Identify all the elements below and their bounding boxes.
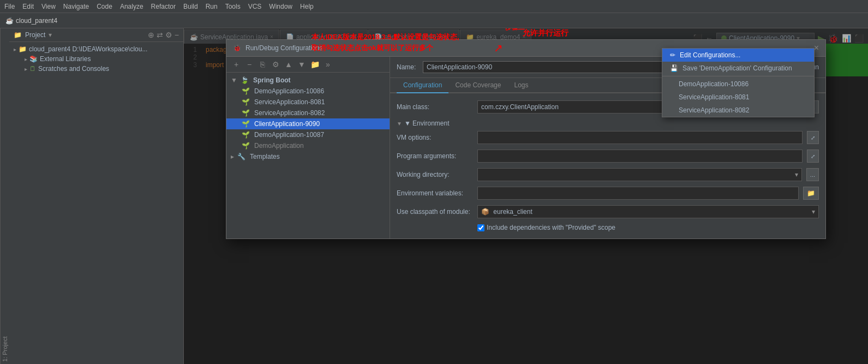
more-config-button[interactable]: » — [322, 59, 333, 70]
environment-section[interactable]: ▼ ▼ Environment — [390, 116, 825, 128]
name-label: Name: — [397, 63, 418, 71]
tree-item-ext-libraries[interactable]: ▸ 📚 External Libraries — [9, 54, 183, 64]
minimize-icon[interactable]: − — [175, 31, 179, 39]
dialog-tree-client9090[interactable]: 🌱 ClientApplication-9090 — [226, 118, 390, 129]
tab-code-coverage[interactable]: Code Coverage — [448, 78, 507, 93]
sidebar-header: 📁 Project ▾ ⊕ ⇄ ⚙ − — [9, 28, 183, 42]
settings-icon[interactable]: ⚙ — [165, 31, 172, 39]
dialog-tree-springboot[interactable]: ▼ 🍃 Spring Boot — [226, 75, 390, 86]
env-vars-label: Environment variables: — [397, 189, 473, 197]
tree-item-label: ServiceApplication-8081 — [254, 98, 325, 106]
tree-item-label: cloud_parent4 D:\IDEAWorkspace\clou... — [29, 45, 147, 53]
menu-file[interactable]: File — [4, 3, 15, 10]
tree-item-cloud-parent4[interactable]: ▸ 📁 cloud_parent4 D:\IDEAWorkspace\clou.… — [9, 44, 183, 54]
working-dir-label: Working directory: — [397, 171, 473, 178]
menu-window[interactable]: Window — [269, 3, 292, 10]
env-expand-icon: ▼ — [397, 121, 402, 127]
dropdown-item-demo10086[interactable]: DemoApplication-10086 — [662, 77, 814, 91]
dropdown-item-service8081[interactable]: ServiceApplication-8081 — [662, 91, 814, 104]
dialog-tree-templates[interactable]: ▸ 🔧 Templates — [226, 151, 390, 162]
menu-refactor[interactable]: Refactor — [151, 3, 176, 10]
copy-config-button[interactable]: ⎘ — [257, 59, 268, 70]
dropdown-item-label: ServiceApplication-8082 — [679, 106, 749, 114]
move-down-button[interactable]: ▼ — [296, 59, 307, 70]
remove-config-button[interactable]: − — [244, 59, 255, 70]
allow-parallel-annotation: 允许并行运行 — [523, 28, 568, 38]
project-tree: ▸ 📁 cloud_parent4 D:\IDEAWorkspace\clou.… — [9, 42, 183, 364]
dropdown-item-service8082[interactable]: ServiceApplication-8082 — [662, 104, 814, 117]
tree-item-label: ClientApplication-9090 — [254, 120, 320, 128]
dialog-tree-demo10087[interactable]: 🌱 DemoApplication-10087 — [226, 129, 390, 140]
working-dir-select[interactable]: ▾ — [477, 168, 802, 181]
main-class-label: Main class: — [397, 103, 473, 111]
classpath-value: 📦 eureka_client — [481, 208, 532, 216]
red-arrow-icon: ↗ — [494, 41, 503, 55]
menu-view[interactable]: View — [41, 3, 56, 10]
classpath-arrow-icon: ▾ — [812, 208, 815, 216]
tree-item-label: DemoApplication-10087 — [254, 131, 324, 139]
add-icon[interactable]: ⊕ — [148, 31, 154, 39]
form-row-env-vars: Environment variables: 📁 — [390, 184, 825, 202]
dialog-tree-demo-gray[interactable]: 🌱 DemoApplication — [226, 140, 390, 151]
sync-icon[interactable]: ⇄ — [157, 31, 163, 39]
add-config-button[interactable]: + — [231, 59, 242, 70]
dialog-tree-service8081[interactable]: 🌱 ServiceApplication-8081 — [226, 97, 390, 108]
tab-configuration[interactable]: Configuration — [397, 78, 448, 93]
environment-label: ▼ Environment — [404, 120, 450, 127]
menu-help[interactable]: Help — [300, 3, 314, 10]
include-deps-text: Include dependencies with "Provided" sco… — [487, 224, 615, 231]
menu-edit[interactable]: Edit — [22, 3, 34, 10]
sidebar: 📁 Project ▾ ⊕ ⇄ ⚙ − ▸ 📁 cloud_parent4 D:… — [9, 28, 184, 364]
include-deps-checkbox[interactable] — [477, 224, 484, 231]
program-args-expand-button[interactable]: ⤢ — [807, 150, 819, 163]
dropdown-item-label: DemoApplication-10086 — [679, 80, 749, 88]
dropdown-item-edit-config[interactable]: ✏ Edit Configurations... — [662, 49, 814, 62]
form-row-include-deps: Include dependencies with "Provided" sco… — [390, 221, 825, 234]
app-icon: 🌱 — [242, 120, 250, 128]
menu-code[interactable]: Code — [97, 3, 112, 10]
form-row-vm-options: VM options: ⤢ — [390, 128, 825, 147]
menu-run[interactable]: Run — [206, 3, 218, 10]
env-vars-input[interactable] — [477, 187, 799, 200]
settings-config-button[interactable]: ⚙ — [270, 59, 281, 70]
expand-icon: ▸ — [231, 153, 234, 160]
tab-logs[interactable]: Logs — [507, 78, 535, 93]
program-args-input[interactable] — [477, 150, 803, 163]
vm-expand-button[interactable]: ⤢ — [807, 131, 819, 144]
program-args-label: Program arguments: — [397, 152, 473, 160]
editor-area: ☕ ServiceApplication.java × 📄 applicatio… — [184, 28, 868, 364]
env-vars-browse-button[interactable]: 📁 — [803, 187, 819, 200]
menu-build[interactable]: Build — [183, 3, 198, 10]
tree-item-label: DemoApplication — [254, 142, 304, 150]
tree-item-scratches[interactable]: ▸ 🗒 Scratches and Consoles — [9, 64, 183, 74]
app-icon: 🌱 — [242, 109, 250, 117]
working-dir-browse-button[interactable]: ... — [806, 168, 819, 181]
folder-button[interactable]: 📁 — [309, 59, 320, 70]
tree-item-label: DemoApplication-10086 — [254, 87, 324, 95]
classpath-select[interactable]: 📦 eureka_client ▾ — [477, 205, 819, 218]
dialog-close-button[interactable]: × — [814, 43, 819, 53]
include-deps-label: Include dependencies with "Provided" sco… — [477, 224, 615, 231]
project-dropdown-icon[interactable]: ▾ — [49, 31, 52, 39]
menu-vcs[interactable]: VCS — [248, 3, 262, 10]
spring-boot-icon: 🍃 — [241, 76, 249, 84]
menu-analyze[interactable]: Analyze — [120, 3, 143, 10]
info-annotation: 本人IDEA版本是2018.3.5,默认设置是勾选状态,取消勾选状态点击ok就可… — [312, 32, 459, 53]
sidebar-header-left: 📁 Project ▾ — [14, 31, 52, 39]
move-up-button[interactable]: ▲ — [283, 59, 294, 70]
classpath-label: Use classpath of module: — [397, 208, 473, 216]
sidebar-header-icons: ⊕ ⇄ ⚙ − — [148, 31, 179, 39]
dialog-tree-demo10086[interactable]: 🌱 DemoApplication-10086 — [226, 86, 390, 97]
app-icon: 🌱 — [242, 87, 250, 95]
tree-item-label: External Libraries — [40, 55, 91, 63]
app-icon: 🌱 — [242, 98, 250, 106]
menu-bar: File Edit View Navigate Code Analyze Ref… — [0, 0, 868, 13]
vm-options-input[interactable] — [477, 131, 803, 144]
save-config-icon: 💾 — [670, 64, 678, 72]
menu-navigate[interactable]: Navigate — [63, 3, 89, 10]
menu-tools[interactable]: Tools — [225, 3, 241, 10]
dropdown-item-label: Edit Configurations... — [680, 51, 740, 59]
dialog-tree-service8082[interactable]: 🌱 ServiceApplication-8082 — [226, 108, 390, 118]
dropdown-item-save-config[interactable]: 💾 Save 'DemoApplication' Configuration — [662, 62, 814, 75]
expand-icon: ▸ — [25, 66, 27, 72]
